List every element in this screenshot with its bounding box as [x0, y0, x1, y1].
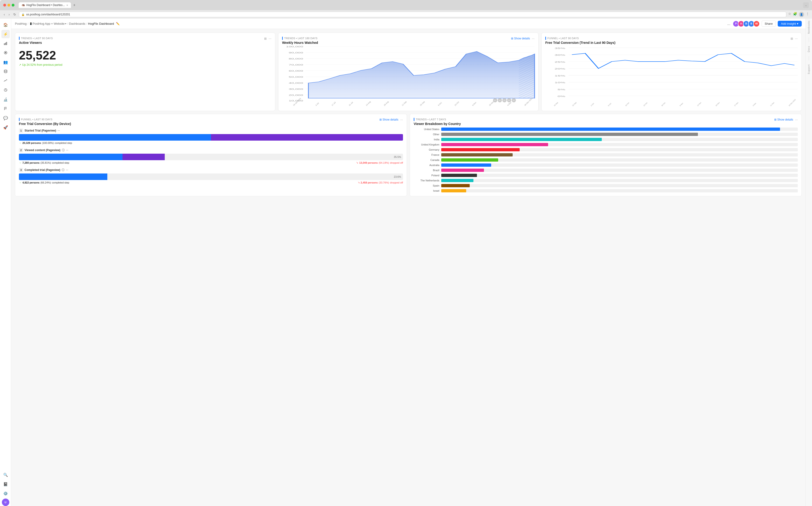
step-3-info[interactable]: ⓘ — [62, 168, 64, 172]
active-tab[interactable]: 🦔 HogFlix Dashboard • Dashbo... ✕ — [19, 2, 71, 8]
show-details-viewer-breakdown[interactable]: ⊞ Show details — [774, 118, 793, 121]
card-menu-weekly-hours[interactable]: ··· — [532, 36, 534, 40]
sidebar-item-settings[interactable]: ⚙️ — [1, 489, 10, 498]
country-bar-poland — [441, 174, 477, 177]
new-tab-button[interactable]: + — [72, 3, 77, 8]
step-3-pct: 23.6% — [394, 175, 401, 178]
close-button[interactable] — [3, 4, 6, 7]
country-name-india: India — [414, 138, 439, 141]
sidebar-item-launch[interactable]: 🚀 — [1, 123, 10, 132]
tab-close-icon[interactable]: ✕ — [66, 4, 68, 7]
table-icon-breakdown: ⊞ — [774, 118, 777, 121]
more-options-button[interactable]: ... — [727, 22, 730, 26]
country-list: United States Other India — [414, 128, 798, 192]
step-2-info[interactable]: ⓘ — [62, 148, 65, 152]
step-3-bar-fill — [19, 173, 403, 180]
table-view-icon[interactable]: ⊞ — [264, 37, 267, 40]
card-header-active-viewers: TRENDS • LAST 90 DAYS Active Viewers ⊞ ·… — [19, 36, 271, 45]
sidebar-item-history[interactable] — [1, 86, 10, 94]
sidebar-item-notebook[interactable]: 📓 — [1, 480, 10, 488]
sidebar-item-search[interactable]: 🔍 — [1, 471, 10, 479]
right-panel: Notebooks Docs Support — [805, 19, 812, 506]
extension-icon[interactable]: 🧩 — [793, 12, 797, 17]
window-control[interactable]: ⌄ — [803, 2, 809, 8]
svg-point-5 — [4, 70, 7, 71]
step-2-stats: → 7,280 persons (35.81%) completed step … — [19, 161, 403, 164]
card-header-weekly-hours: TRENDS • LAST 180 DAYS Weekly Hours Watc… — [282, 36, 534, 45]
country-row-israel: Israel — [414, 189, 798, 192]
svg-text:40,000: 40,000 — [289, 82, 303, 84]
tab-favicon: 🦔 — [21, 3, 25, 7]
sidebar-item-messaging[interactable]: 💬 — [1, 114, 10, 122]
country-bar-other — [441, 133, 698, 136]
maximize-button[interactable] — [12, 4, 14, 7]
country-name-germany: Germany — [414, 148, 439, 151]
arrow-down-icon: ↘ — [356, 161, 358, 164]
show-details-weekly-hours[interactable]: ⊞ Show details — [511, 37, 530, 40]
toolbar-icons: ☆ 🧩 👤 ⋮ — [788, 12, 809, 17]
card-menu-active-viewers[interactable]: ··· — [269, 36, 271, 40]
svg-text:15%: 15% — [555, 74, 565, 77]
step-2-menu[interactable]: ··· — [66, 149, 68, 152]
sidebar-item-data[interactable] — [1, 67, 10, 76]
menu-icon[interactable]: ⋮ — [806, 12, 809, 17]
support-label[interactable]: Support — [808, 64, 810, 74]
card-menu-free-trial-trend[interactable]: ··· — [795, 36, 798, 40]
country-row-germany: Germany — [414, 148, 798, 151]
tab-bar: 🦔 HogFlix Dashboard • Dashbo... ✕ + — [19, 2, 801, 8]
free-trial-trend-card: FUNNEL • LAST 90 DAYS Free Trial Convers… — [541, 33, 802, 111]
profile-icon[interactable]: 👤 — [799, 12, 804, 17]
forward-button[interactable]: › — [8, 12, 11, 17]
breadcrumb-posthog[interactable]: PostHog — [15, 22, 26, 25]
country-bar-france — [441, 153, 513, 157]
viewer-breakdown-card: TRENDS • LAST 7 DAYS Viewer Breakdown by… — [410, 114, 802, 196]
sidebar-item-experiments[interactable]: 🔬 — [1, 95, 10, 103]
table-view-icon-2[interactable]: ⊞ — [791, 37, 793, 40]
sidebar-item-home[interactable]: 🏠 — [1, 20, 10, 29]
card-header-free-trial-device: FUNNEL • LAST 90 DAYS Free Trial Convers… — [19, 118, 403, 126]
card-title-free-trial-trend: Free Trial Conversion (Trend in Last 90 … — [545, 41, 615, 45]
breadcrumb-app[interactable]: 📱 PostHog App + Website ▾ — [29, 22, 66, 25]
country-name-netherlands: The Netherlands — [414, 179, 439, 182]
weekly-hours-x-axis: 19-Jun-2023 3-Jul 17-Jul 31-Jul 14-Aug 2… — [293, 104, 534, 107]
sidebar-item-live[interactable] — [1, 49, 10, 57]
sidebar-item-insights[interactable] — [1, 77, 10, 85]
country-bar-spain — [441, 184, 470, 187]
step-1-menu[interactable]: ··· — [57, 129, 60, 132]
star-icon[interactable]: ☆ — [788, 12, 791, 17]
reload-button[interactable]: ↻ — [12, 12, 17, 17]
traffic-lights — [3, 4, 14, 7]
breadcrumb: PostHog / 📱 PostHog App + Website ▾ / Da… — [15, 22, 725, 25]
step-3-menu[interactable]: ··· — [66, 168, 68, 172]
show-details-free-trial-device[interactable]: ⊞ Show details — [379, 118, 398, 121]
share-button[interactable]: Share — [761, 20, 776, 27]
minimize-button[interactable] — [7, 4, 10, 7]
notebooks-label[interactable]: Notebooks — [808, 20, 810, 34]
step-1-stats: → 20,329 persons (100.00%) completed ste… — [19, 142, 403, 144]
card-title-viewer-breakdown: Viewer Breakdown by Country — [414, 122, 461, 126]
sidebar-item-people[interactable]: 👥 — [1, 58, 10, 66]
country-bar-germany — [441, 148, 520, 151]
svg-text:70,000: 70,000 — [289, 64, 303, 66]
back-button[interactable]: ‹ — [3, 12, 6, 17]
country-bar-wrap-france — [441, 153, 798, 157]
sidebar-item-analytics[interactable] — [1, 39, 10, 48]
sidebar-item-flags[interactable] — [1, 104, 10, 113]
card-meta-active-viewers: TRENDS • LAST 90 DAYS — [19, 36, 53, 40]
country-name-uk: United Kingdom — [414, 143, 439, 146]
country-bar-wrap-us — [441, 128, 798, 131]
card-menu-viewer-breakdown[interactable]: ··· — [795, 118, 798, 121]
card-menu-free-trial-device[interactable]: ··· — [400, 118, 403, 121]
add-insight-button[interactable]: Add insight ▾ — [778, 21, 802, 26]
edit-title-icon[interactable]: ✏️ — [116, 22, 120, 25]
sidebar-item-user-avatar[interactable]: U — [2, 499, 9, 506]
svg-text:0%: 0% — [558, 95, 565, 98]
breadcrumb-dashboards[interactable]: Dashboards — [69, 22, 85, 25]
card-actions-weekly-hours: ⊞ Show details ··· — [511, 36, 534, 40]
country-bar-canada — [441, 158, 498, 162]
country-row-australia: Australia — [414, 163, 798, 167]
arrow-right-icon-3: → — [19, 181, 21, 184]
address-bar[interactable]: 🔒 us.posthog.com/dashboard/120201 — [19, 12, 786, 17]
docs-label[interactable]: Docs — [808, 46, 810, 52]
sidebar-item-activity[interactable]: ⚡ — [1, 30, 10, 38]
